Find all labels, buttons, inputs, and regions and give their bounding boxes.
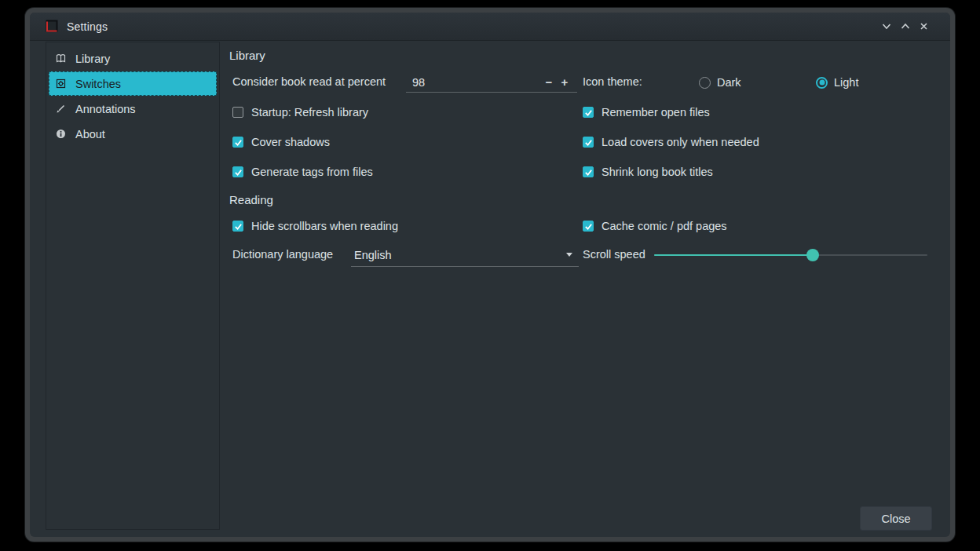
minimize-icon[interactable]: [880, 20, 892, 32]
radio-label: Light: [834, 76, 858, 89]
icon-theme-label: Icon theme:: [583, 75, 642, 88]
checkbox-label: Load covers only when needed: [602, 136, 759, 148]
scroll-speed-slider[interactable]: [654, 248, 927, 262]
checkbox-label: Remember open files: [602, 106, 710, 119]
checkbox-icon: [583, 221, 594, 232]
section-header-library: Library: [229, 49, 265, 62]
app-book-icon: [44, 19, 59, 34]
read-percent-spinbox[interactable]: 98 − +: [406, 72, 577, 93]
checkbox-label: Shrink long book titles: [602, 166, 713, 178]
checkbox-icon: [583, 166, 594, 177]
window-title: Settings: [67, 20, 108, 33]
checkbox-label: Generate tags from files: [251, 166, 373, 178]
checkbox-startup-refresh-library[interactable]: Startup: Refresh library: [232, 105, 368, 119]
settings-window: Settings: [25, 8, 955, 542]
checkbox-icon: [232, 221, 243, 232]
checkbox-remember-open-files[interactable]: Remember open files: [583, 105, 710, 119]
book-icon: [56, 53, 66, 64]
sidebar-item-label: Annotations: [75, 103, 136, 115]
radio-icon-theme-dark[interactable]: Dark: [699, 75, 741, 89]
checkbox-icon: [232, 107, 243, 118]
read-percent-label: Consider book read at percent: [232, 75, 386, 88]
settings-nav-list: Library Switches: [46, 42, 220, 530]
sidebar-item-label: Library: [75, 53, 110, 65]
radio-icon: [699, 77, 711, 89]
dictionary-language-label: Dictionary language: [232, 248, 333, 261]
checkbox-load-covers-when-needed[interactable]: Load covers only when needed: [583, 135, 759, 149]
sidebar-item-label: Switches: [75, 78, 121, 90]
sidebar-item-switches[interactable]: Switches: [49, 71, 217, 96]
spin-increment-button[interactable]: +: [557, 76, 572, 88]
about-info-icon: [56, 129, 66, 139]
chevron-down-icon: [566, 253, 572, 257]
checkbox-label: Cache comic / pdf pages: [602, 220, 727, 232]
radio-icon: [816, 77, 828, 89]
checkbox-hide-scrollbars[interactable]: Hide scrollbars when reading: [232, 219, 398, 233]
checkbox-cover-shadows[interactable]: Cover shadows: [232, 135, 330, 149]
titlebar: Settings: [30, 13, 950, 41]
annotations-pen-icon: [56, 104, 66, 114]
dictionary-language-dropdown[interactable]: English: [351, 243, 579, 267]
checkbox-generate-tags[interactable]: Generate tags from files: [232, 165, 373, 179]
sidebar-item-annotations[interactable]: Annotations: [49, 97, 217, 121]
close-window-icon[interactable]: [918, 20, 930, 32]
dictionary-language-value: English: [354, 249, 566, 261]
switches-icon: [56, 78, 66, 89]
switches-settings-panel: Library Consider book read at percent 98…: [220, 41, 950, 537]
checkbox-icon: [232, 166, 243, 177]
scroll-speed-label: Scroll speed: [583, 248, 645, 261]
checkbox-cache-comic-pdf[interactable]: Cache comic / pdf pages: [583, 219, 727, 233]
sidebar-item-label: About: [75, 128, 105, 140]
sidebar-item-library[interactable]: Library: [49, 46, 217, 71]
checkbox-shrink-book-titles[interactable]: Shrink long book titles: [583, 165, 713, 179]
read-percent-value[interactable]: 98: [412, 76, 541, 89]
checkbox-label: Startup: Refresh library: [251, 106, 368, 119]
maximize-icon[interactable]: [899, 20, 911, 32]
sidebar-item-about[interactable]: About: [49, 122, 217, 146]
slider-handle[interactable]: [806, 249, 819, 261]
close-button[interactable]: Close: [860, 506, 932, 531]
section-header-reading: Reading: [229, 193, 273, 206]
checkbox-icon: [583, 107, 594, 118]
radio-icon-theme-light[interactable]: Light: [816, 75, 858, 89]
spin-decrement-button[interactable]: −: [541, 76, 557, 88]
slider-fill: [654, 254, 813, 256]
checkbox-icon: [232, 137, 243, 148]
checkbox-label: Cover shadows: [251, 136, 330, 148]
radio-label: Dark: [717, 76, 741, 89]
checkbox-icon: [583, 137, 594, 148]
checkbox-label: Hide scrollbars when reading: [251, 220, 398, 232]
